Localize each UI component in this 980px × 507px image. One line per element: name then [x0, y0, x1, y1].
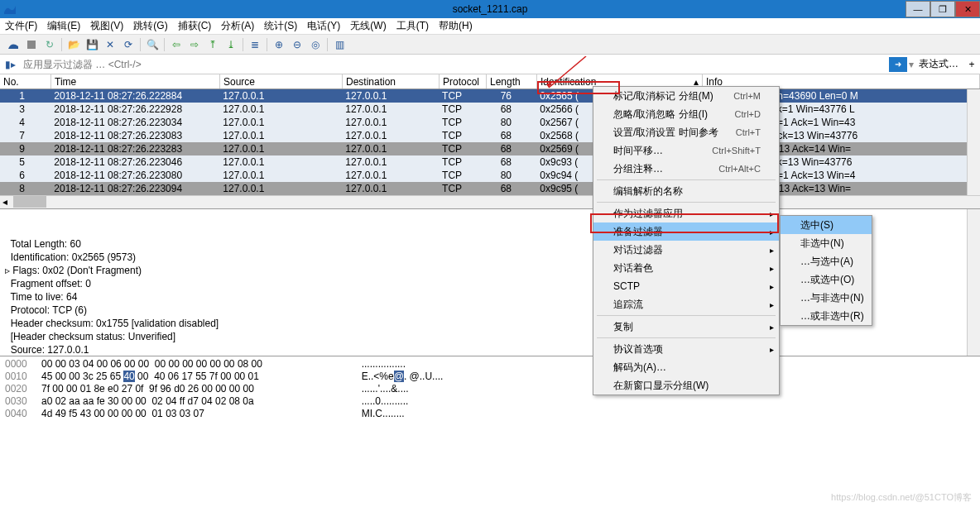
- open-icon[interactable]: 📂: [65, 36, 82, 53]
- packet-scrollbar[interactable]: [967, 89, 980, 195]
- submenu-arrow-icon: ▸: [770, 282, 774, 291]
- expression-button[interactable]: 表达式…: [914, 57, 963, 71]
- window-title: socket_1211.cap: [453, 3, 528, 15]
- col-destination[interactable]: Destination: [343, 74, 440, 88]
- context-menu-item[interactable]: 忽略/取消忽略 分组(I)Ctrl+D: [593, 105, 779, 123]
- packet-row[interactable]: 9 2018-12-11 08:27:26.223283 127.0.0.1 1…: [0, 142, 980, 155]
- packet-row[interactable]: 5 2018-12-11 08:27:26.223046 127.0.0.1 1…: [0, 155, 980, 169]
- packet-row[interactable]: 4 2018-12-11 08:27:26.223034 127.0.0.1 1…: [0, 116, 980, 129]
- context-menu-item[interactable]: 作为过滤器应用▸: [593, 204, 779, 222]
- col-time[interactable]: Time: [51, 74, 220, 88]
- context-menu-item[interactable]: 对话着色▸: [593, 259, 779, 277]
- apply-filter-button[interactable]: ➜: [889, 57, 907, 72]
- packet-list[interactable]: 1 2018-12-11 08:27:26.222884 127.0.0.1 1…: [0, 89, 980, 195]
- go-back-icon[interactable]: ⇦: [168, 36, 185, 53]
- go-forward-icon[interactable]: ⇨: [186, 36, 203, 53]
- submenu-arrow-icon: ▸: [770, 246, 774, 255]
- maximize-button[interactable]: ❐: [930, 1, 955, 17]
- submenu-arrow-icon: ▸: [770, 300, 774, 309]
- context-menu-item[interactable]: 设置/取消设置 时间参考Ctrl+T: [593, 123, 779, 141]
- context-menu-item[interactable]: SCTP▸: [593, 277, 779, 295]
- context-menu-item[interactable]: 协议首选项▸: [593, 340, 779, 358]
- submenu-arrow-icon: ▸: [770, 264, 774, 273]
- hex-view[interactable]: 000000 00 03 04 00 06 00 00 00 00 00 00 …: [0, 356, 980, 422]
- context-menu-item[interactable]: 分组注释…Ctrl+Alt+C: [593, 160, 779, 178]
- hex-row[interactable]: 0030a0 02 aa aa fe 30 00 00 02 04 ff d7 …: [5, 395, 975, 408]
- h-scrollbar[interactable]: ◂: [0, 195, 980, 208]
- hex-row[interactable]: 00404d 49 f5 43 00 00 00 00 01 03 03 07 …: [5, 408, 975, 420]
- packet-row[interactable]: 7 2018-12-11 08:27:26.223083 127.0.0.1 1…: [0, 129, 980, 142]
- menu-item[interactable]: 帮助(H): [439, 19, 473, 33]
- find-icon[interactable]: 🔍: [144, 36, 161, 53]
- title-bar: socket_1211.cap — ❐ ✕: [0, 0, 980, 18]
- watermark: https://blog.csdn.net/@51CTO博客: [831, 491, 972, 504]
- resize-columns-icon[interactable]: ▥: [331, 36, 348, 53]
- auto-scroll-icon[interactable]: ≣: [247, 36, 263, 53]
- submenu-item[interactable]: …或选中(O): [781, 270, 872, 289]
- zoom-reset-icon[interactable]: ◎: [307, 36, 324, 53]
- menu-copy[interactable]: 复制▸: [593, 318, 779, 336]
- submenu-item[interactable]: 选中(S): [781, 216, 872, 234]
- menu-item[interactable]: 跳转(G): [133, 19, 167, 33]
- context-menu-item[interactable]: 标记/取消标记 分组(M)Ctrl+M: [593, 87, 779, 105]
- context-menu: 标记/取消标记 分组(M)Ctrl+M忽略/取消忽略 分组(I)Ctrl+D设置…: [593, 86, 780, 395]
- menu-edit-name[interactable]: 编辑解析的名称: [593, 182, 779, 200]
- zoom-out-icon[interactable]: ⊖: [289, 36, 305, 53]
- context-menu-item[interactable]: 在新窗口显示分组(W): [593, 376, 779, 395]
- shark-fin-icon[interactable]: [5, 36, 22, 53]
- save-icon[interactable]: 💾: [84, 36, 100, 53]
- hex-row[interactable]: 000000 00 03 04 00 06 00 00 00 00 00 00 …: [5, 358, 975, 371]
- context-menu-item[interactable]: 准备过滤器▸: [593, 222, 779, 241]
- restart-icon[interactable]: ↻: [41, 36, 58, 53]
- packet-row[interactable]: 8 2018-12-11 08:27:26.223094 127.0.0.1 1…: [0, 182, 980, 195]
- col-length[interactable]: Length: [487, 74, 537, 88]
- submenu-prepare-filter: 选中(S)非选中(N)…与选中(A)…或选中(O)…与非选中(N)…或非选中(R…: [780, 215, 872, 326]
- submenu-item[interactable]: …或非选中(R): [781, 307, 872, 325]
- context-menu-item[interactable]: 对话过滤器▸: [593, 241, 779, 259]
- add-filter-button[interactable]: +: [963, 59, 980, 70]
- hex-row[interactable]: 00207f 00 00 01 8e e0 27 0f 9f 96 d0 26 …: [5, 383, 975, 395]
- submenu-arrow-icon: ▸: [770, 227, 774, 237]
- detail-line[interactable]: [Header checksum status: Unverified]: [5, 330, 975, 343]
- details-scrollbar[interactable]: [967, 209, 980, 356]
- reload-icon[interactable]: ⟳: [120, 36, 137, 53]
- bookmark-icon[interactable]: ▮▸: [0, 59, 20, 70]
- menu-item[interactable]: 文件(F): [5, 19, 37, 33]
- menu-item[interactable]: 捕获(C): [178, 19, 212, 33]
- display-filter-input[interactable]: [20, 57, 889, 72]
- packet-row[interactable]: 3 2018-12-11 08:27:26.222928 127.0.0.1 1…: [0, 103, 980, 116]
- col-source[interactable]: Source: [220, 74, 343, 88]
- context-menu-item[interactable]: 追踪流▸: [593, 295, 779, 313]
- submenu-arrow-icon: ▸: [770, 209, 774, 218]
- detail-line[interactable]: Source: 127.0.0.1: [5, 343, 975, 356]
- menu-item[interactable]: 无线(W): [350, 19, 386, 33]
- go-first-icon[interactable]: ⤒: [204, 36, 221, 53]
- menu-bar: 文件(F)编辑(E)视图(V)跳转(G)捕获(C)分析(A)统计(S)电话(Y)…: [0, 18, 980, 35]
- minimize-button[interactable]: —: [906, 1, 930, 17]
- col-protocol[interactable]: Protocol: [440, 74, 487, 88]
- submenu-item[interactable]: …与非选中(N): [781, 289, 872, 307]
- col-no[interactable]: No.: [0, 74, 51, 88]
- menu-item[interactable]: 电话(Y): [307, 19, 340, 33]
- menu-item[interactable]: 统计(S): [264, 19, 297, 33]
- submenu-item[interactable]: …与选中(A): [781, 252, 872, 270]
- context-menu-item[interactable]: 解码为(A)…: [593, 358, 779, 376]
- close-button[interactable]: ✕: [955, 1, 980, 17]
- menu-item[interactable]: 编辑(E): [47, 19, 80, 33]
- svg-rect-0: [27, 41, 36, 49]
- packet-row[interactable]: 1 2018-12-11 08:27:26.222884 127.0.0.1 1…: [0, 89, 980, 103]
- zoom-in-icon[interactable]: ⊕: [271, 36, 287, 53]
- hex-row[interactable]: 001045 00 00 3c 25 65 40 00 40 06 17 55 …: [5, 371, 975, 383]
- stop-capture-icon[interactable]: [23, 36, 40, 53]
- menu-item[interactable]: 分析(A): [221, 19, 254, 33]
- submenu-item[interactable]: 非选中(N): [781, 234, 872, 252]
- close-icon[interactable]: ✕: [102, 36, 118, 53]
- submenu-arrow-icon: ▸: [770, 323, 774, 332]
- packet-row[interactable]: 6 2018-12-11 08:27:26.223080 127.0.0.1 1…: [0, 169, 980, 182]
- menu-item[interactable]: 视图(V): [90, 19, 123, 33]
- context-menu-item[interactable]: 时间平移…Ctrl+Shift+T: [593, 141, 779, 160]
- menu-item[interactable]: 工具(T): [396, 19, 429, 33]
- wireshark-icon: [3, 2, 17, 16]
- go-last-icon[interactable]: ⤓: [223, 36, 239, 53]
- submenu-arrow-icon: ▸: [770, 345, 774, 354]
